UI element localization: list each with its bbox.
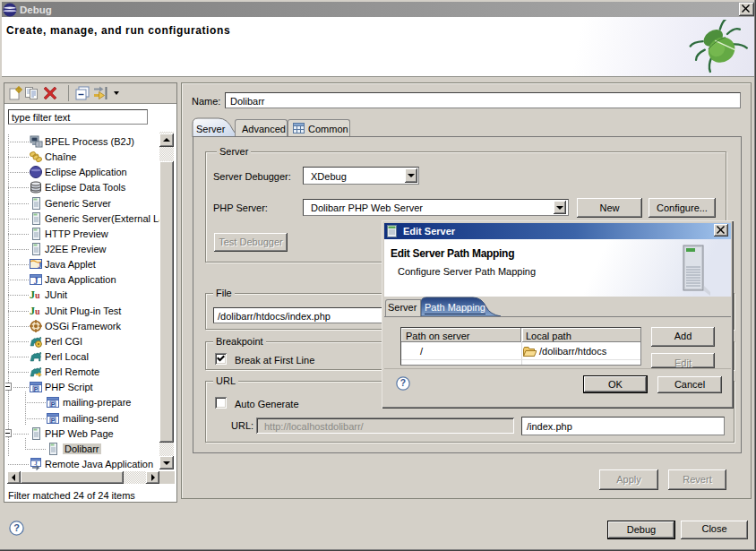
svg-text:?: ? <box>13 522 20 533</box>
svg-text:J: J <box>34 276 39 286</box>
svg-text:u: u <box>35 306 40 316</box>
svg-text:P: P <box>34 386 39 392</box>
svg-text:P: P <box>51 418 56 424</box>
svg-text:J: J <box>38 261 42 270</box>
svg-text:u: u <box>35 290 40 300</box>
svg-text:?: ? <box>400 378 406 388</box>
svg-text:P: P <box>51 401 56 408</box>
